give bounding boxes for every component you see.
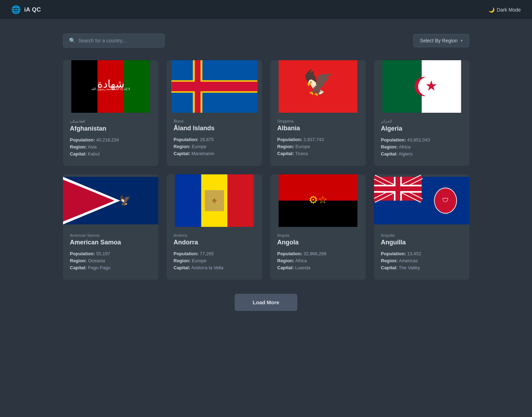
flag-image: 🦅: [63, 174, 158, 227]
card-body: Anguilla Anguilla Population: 13,452 Reg…: [374, 227, 469, 280]
region: Region: Asia: [70, 144, 151, 150]
flag-image: 🛡: [374, 174, 469, 227]
capital: Capital: Kabul: [70, 151, 151, 157]
dark-mode-button[interactable]: 🌙 Dark Mode: [489, 7, 521, 13]
countries-grid: شهادة لا إله إلا الله محمد رسول الله افغ…: [63, 60, 469, 280]
svg-point-15: [418, 77, 437, 96]
main-content: 🔍 Select By Region ▾ شهادة لا إله إلا ال…: [42, 20, 490, 332]
country-name: Algeria: [381, 125, 462, 132]
country-card[interactable]: 🛡 Anguilla Anguilla Population: 13,452 R…: [374, 174, 469, 280]
controls-row: 🔍 Select By Region ▾: [63, 34, 469, 48]
search-input[interactable]: [78, 38, 159, 43]
country-name: Angola: [277, 239, 359, 246]
svg-rect-2: [124, 60, 150, 113]
card-body: American Samoa American Samoa Population…: [63, 227, 158, 280]
card-body: الجزائر Algeria Population: 43,851,043 R…: [374, 113, 469, 166]
region: Region: Oceania: [70, 258, 151, 263]
card-body: Andorra Andorra Population: 77,265 Regio…: [167, 227, 262, 280]
card-body: Åland Åland Islands Population: 28,875 R…: [167, 113, 262, 166]
svg-rect-0: [71, 60, 97, 113]
capital: Capital: Pago Pago: [70, 265, 151, 270]
svg-rect-23: [227, 174, 254, 227]
flag-image: 🦅: [270, 60, 366, 113]
moon-icon: 🌙: [489, 7, 495, 13]
card-body: Angola Angola Population: 32,866,268 Reg…: [270, 227, 366, 280]
svg-text:لا إله إلا الله محمد رسول الله: لا إله إلا الله محمد رسول الله: [91, 87, 130, 91]
native-name: الجزائر: [381, 119, 462, 124]
population: Population: 28,875: [174, 137, 255, 142]
country-card[interactable]: ⚜ Andorra Andorra Population: 77,265 Reg…: [167, 174, 262, 280]
population: Population: 2,837,743: [277, 137, 359, 142]
country-name: Andorra: [174, 239, 255, 246]
load-more-row: Load More: [63, 294, 469, 311]
flag-image: ⚙☆: [270, 174, 366, 227]
native-name: Shqipëria: [277, 119, 359, 123]
capital: Capital: Algiers: [381, 151, 462, 157]
capital: Capital: Luanda: [277, 265, 359, 270]
svg-text:⚙☆: ⚙☆: [309, 194, 327, 206]
flag-image: ⚜: [167, 174, 262, 227]
region-select-label: Select By Region: [420, 38, 457, 43]
country-card[interactable]: الجزائر Algeria Population: 43,851,043 R…: [374, 60, 469, 166]
capital: Capital: Mariehamn: [174, 151, 255, 156]
svg-text:🦅: 🦅: [303, 68, 333, 97]
region: Region: Europe: [174, 144, 255, 149]
country-card[interactable]: 🦅 American Samoa American Samoa Populati…: [63, 174, 158, 280]
region: Region: Europe: [277, 144, 359, 149]
population: Population: 77,265: [174, 251, 255, 256]
native-name: Anguilla: [381, 233, 462, 237]
native-name: Andorra: [174, 233, 255, 237]
card-body: افغانستان Afghanistan Population: 40,218…: [63, 113, 158, 166]
card-body: Shqipëria Albania Population: 2,837,743 …: [270, 113, 366, 166]
native-name: Angola: [277, 233, 359, 237]
country-name: Åland Islands: [174, 125, 255, 132]
header-brand: 🌐 iA QC: [11, 5, 41, 14]
flag-image: شهادة لا إله إلا الله محمد رسول الله: [63, 60, 158, 113]
svg-rect-9: [171, 82, 257, 91]
region: Region: Europe: [174, 258, 255, 263]
region: Region: Africa: [381, 144, 462, 150]
chevron-down-icon: ▾: [461, 38, 463, 43]
country-card[interactable]: Åland Åland Islands Population: 28,875 R…: [167, 60, 262, 166]
search-box: 🔍: [63, 34, 165, 48]
country-name: Albania: [277, 125, 359, 132]
svg-rect-41: [374, 186, 422, 191]
app-header: 🌐 iA QC 🌙 Dark Mode: [0, 0, 532, 20]
svg-text:🛡: 🛡: [442, 197, 449, 204]
flag-image: [374, 60, 469, 113]
app-title: iA QC: [24, 6, 41, 13]
native-name: افغانستان: [70, 119, 151, 124]
svg-text:🦅: 🦅: [119, 194, 131, 206]
region: Region: Africa: [277, 258, 359, 263]
country-card[interactable]: شهادة لا إله إلا الله محمد رسول الله افغ…: [63, 60, 158, 166]
population: Population: 43,851,043: [381, 137, 462, 143]
country-name: Afghanistan: [70, 125, 151, 132]
flag-image: [167, 60, 262, 113]
region: Region: Americas: [381, 258, 462, 263]
globe-icon: 🌐: [11, 5, 21, 14]
region-select[interactable]: Select By Region ▾: [413, 34, 469, 47]
native-name: American Samoa: [70, 233, 151, 237]
country-name: Anguilla: [381, 239, 462, 246]
native-name: Åland: [174, 119, 255, 123]
load-more-button[interactable]: Load More: [235, 294, 298, 311]
capital: Capital: Tirana: [277, 151, 359, 156]
search-icon: 🔍: [69, 37, 76, 44]
population: Population: 55,197: [70, 251, 151, 256]
svg-rect-21: [175, 174, 201, 227]
country-card[interactable]: 🦅 Shqipëria Albania Population: 2,837,74…: [270, 60, 366, 166]
capital: Capital: Andorra la Vella: [174, 265, 255, 270]
capital: Capital: The Valley: [381, 265, 462, 270]
dark-mode-label: Dark Mode: [497, 7, 521, 13]
population: Population: 40,218,234: [70, 137, 151, 143]
country-name: American Samoa: [70, 239, 151, 246]
population: Population: 32,866,268: [277, 251, 359, 256]
svg-text:⚜: ⚜: [211, 197, 217, 205]
country-card[interactable]: ⚙☆ Angola Angola Population: 32,866,268 …: [270, 174, 366, 280]
population: Population: 13,452: [381, 251, 462, 256]
